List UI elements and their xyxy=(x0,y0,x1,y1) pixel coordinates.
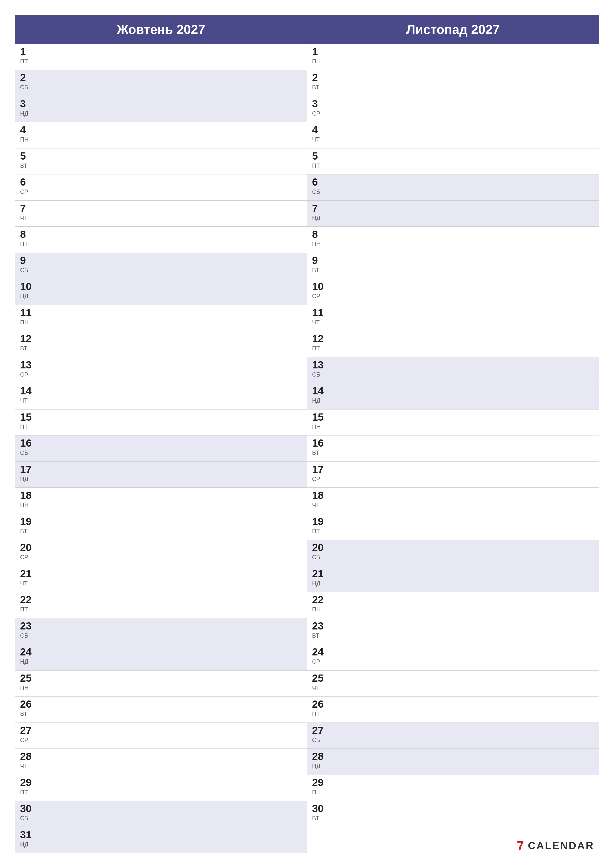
day-cell: 23 вт xyxy=(312,621,324,639)
day-name: вт xyxy=(20,528,32,535)
day-name: чт xyxy=(20,763,32,770)
day-name: сб xyxy=(20,815,32,822)
day-cell: 16 вт xyxy=(312,438,324,456)
day-cell: 12 вт xyxy=(20,333,32,352)
day-name: пн xyxy=(312,58,321,65)
day-number: 24 xyxy=(20,647,32,657)
november-day-row: 22 пн xyxy=(307,592,599,618)
october-day-row: 6 ср xyxy=(15,174,307,200)
day-number: 15 xyxy=(20,412,32,422)
day-name: пт xyxy=(312,710,324,717)
day-cell: 23 сб xyxy=(20,621,32,639)
day-name: нд xyxy=(20,841,32,848)
day-cell: 7 нд xyxy=(312,203,320,222)
october-day-row: 21 чт xyxy=(15,566,307,592)
day-name: пн xyxy=(312,423,324,430)
october-day-row: 25 пн xyxy=(15,671,307,696)
day-cell: 31 нд xyxy=(20,830,32,848)
day-number: 11 xyxy=(20,308,32,318)
october-day-row: 1 пт xyxy=(15,44,307,70)
day-name: сб xyxy=(312,554,324,561)
day-cell: 8 пт xyxy=(20,229,28,248)
day-name: ср xyxy=(312,110,320,117)
day-cell: 14 чт xyxy=(20,386,32,404)
day-number: 22 xyxy=(20,595,32,605)
footer: 7 CALENDAR xyxy=(517,838,594,853)
day-name: нд xyxy=(312,397,324,404)
footer-icon-number: 7 xyxy=(517,838,524,853)
day-cell: 20 сб xyxy=(312,542,324,561)
november-day-row: 6 сб xyxy=(307,174,599,200)
day-number: 31 xyxy=(20,830,32,840)
header-row: Жовтень 2027 Листопад 2027 xyxy=(15,15,599,44)
november-day-row: 21 нд xyxy=(307,566,599,592)
october-day-row: 24 нд xyxy=(15,644,307,670)
day-name: сб xyxy=(312,188,320,195)
day-cell: 5 пт xyxy=(312,151,320,169)
day-cell: 28 чт xyxy=(20,751,32,770)
day-name: вт xyxy=(20,162,27,169)
day-number: 18 xyxy=(20,490,32,501)
day-cell: 3 нд xyxy=(20,99,28,117)
day-name: чт xyxy=(20,214,28,222)
day-number: 20 xyxy=(20,542,32,553)
days-container: 1 пт 2 сб 3 нд 4 пн xyxy=(15,44,599,853)
day-name: нд xyxy=(20,658,32,665)
day-cell: 15 пт xyxy=(20,412,32,430)
day-number: 8 xyxy=(20,229,28,240)
november-day-row: 28 нд xyxy=(307,749,599,775)
november-day-row: 13 сб xyxy=(307,357,599,383)
day-number: 14 xyxy=(312,386,324,396)
day-number: 16 xyxy=(312,438,324,448)
november-header: Листопад 2027 xyxy=(307,15,599,44)
day-cell: 25 чт xyxy=(312,673,324,691)
november-day-row: 3 ср xyxy=(307,96,599,122)
october-day-row: 29 пт xyxy=(15,775,307,801)
day-number: 6 xyxy=(20,177,28,187)
october-day-row: 20 ср xyxy=(15,540,307,566)
day-cell: 25 пн xyxy=(20,673,32,691)
day-cell: 24 ср xyxy=(312,647,324,665)
day-cell: 28 нд xyxy=(312,751,324,770)
day-cell: 2 вт xyxy=(312,73,319,91)
october-day-row: 14 чт xyxy=(15,383,307,409)
day-name: вт xyxy=(312,632,324,639)
day-number: 26 xyxy=(20,699,32,709)
day-cell: 18 пн xyxy=(20,490,32,508)
october-day-row: 8 пт xyxy=(15,227,307,253)
october-day-row: 31 нд xyxy=(15,827,307,853)
october-day-row: 13 ср xyxy=(15,357,307,383)
november-day-row: 23 вт xyxy=(307,618,599,644)
day-name: вт xyxy=(312,84,319,91)
day-cell: 19 вт xyxy=(20,516,32,535)
page: Жовтень 2027 Листопад 2027 1 пт 2 сб xyxy=(0,0,614,868)
day-name: пн xyxy=(20,136,29,143)
day-cell: 21 чт xyxy=(20,569,32,587)
october-day-row: 7 чт xyxy=(15,201,307,227)
day-cell: 12 пт xyxy=(312,333,324,352)
november-day-row: 18 чт xyxy=(307,488,599,514)
october-day-row: 3 нд xyxy=(15,96,307,122)
day-cell: 13 ср xyxy=(20,360,32,378)
day-name: пт xyxy=(20,789,32,796)
day-number: 27 xyxy=(20,725,32,736)
november-day-row: 1 пн xyxy=(307,44,599,70)
day-cell: 26 вт xyxy=(20,699,32,717)
day-cell: 6 сб xyxy=(312,177,320,195)
day-cell: 7 чт xyxy=(20,203,28,222)
day-name: чт xyxy=(312,684,324,691)
october-day-row: 17 нд xyxy=(15,462,307,488)
day-cell: 26 пт xyxy=(312,699,324,717)
day-number: 9 xyxy=(20,255,28,266)
day-cell: 9 сб xyxy=(20,255,28,274)
november-column: 1 пн 2 вт 3 ср 4 чт xyxy=(307,44,599,853)
day-cell: 29 пн xyxy=(312,777,324,796)
october-day-row: 30 сб xyxy=(15,801,307,827)
october-day-row: 5 вт xyxy=(15,149,307,174)
day-name: ср xyxy=(20,554,32,561)
day-name: чт xyxy=(20,580,32,587)
day-name: сб xyxy=(312,371,324,378)
day-name: вт xyxy=(312,815,324,822)
day-cell: 17 нд xyxy=(20,464,32,482)
day-number: 14 xyxy=(20,386,32,396)
